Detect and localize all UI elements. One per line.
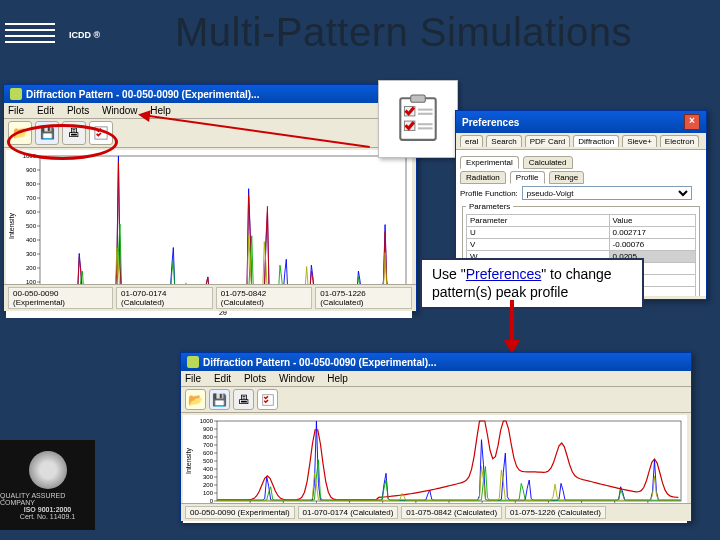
- tab-search[interactable]: Search: [486, 135, 521, 147]
- status-seg: 01-075-0842 (Calculated): [216, 287, 313, 309]
- slide-title: Multi-Pattern Simulations: [175, 10, 632, 55]
- svg-text:300: 300: [26, 251, 37, 257]
- save-button[interactable]: 💾: [209, 389, 230, 410]
- tab-electron[interactable]: Electron: [660, 135, 699, 147]
- menu-edit[interactable]: Edit: [37, 105, 54, 116]
- tab-general[interactable]: eral: [460, 135, 483, 147]
- svg-rect-1: [40, 156, 406, 296]
- pref-outer-tabs: eral Search PDF Card Diffraction Sieve+ …: [456, 133, 706, 150]
- preferences-checklist-icon: [94, 126, 108, 140]
- svg-text:200: 200: [203, 482, 214, 488]
- titlebar[interactable]: Diffraction Pattern - 00-050-0090 (Exper…: [4, 85, 416, 103]
- svg-rect-52: [400, 98, 435, 140]
- svg-text:700: 700: [26, 195, 37, 201]
- disk-icon: 💾: [212, 393, 227, 407]
- svg-text:400: 400: [26, 237, 37, 243]
- svg-text:100: 100: [203, 490, 214, 496]
- svg-text:200: 200: [26, 265, 37, 271]
- preferences-button[interactable]: [89, 121, 113, 145]
- tab-profile[interactable]: Profile: [510, 171, 545, 184]
- preferences-checklist-icon: [395, 94, 441, 144]
- status-seg: 01-070-0174 (Calculated): [298, 506, 399, 519]
- callout-link: Preferences: [466, 266, 541, 282]
- logo-text: ICDD ®: [69, 30, 100, 40]
- status-seg: 01-070-0174 (Calculated): [116, 287, 213, 309]
- open-button[interactable]: 📂: [185, 389, 206, 410]
- status-seg: 01-075-0842 (Calculated): [401, 506, 502, 519]
- tab-diffraction[interactable]: Diffraction: [573, 135, 619, 147]
- tab-calculated[interactable]: Calculated: [523, 156, 573, 169]
- menu-plots[interactable]: Plots: [244, 373, 266, 384]
- menu-file[interactable]: File: [8, 105, 24, 116]
- svg-text:500: 500: [203, 458, 214, 464]
- annotation-arrow-down: [510, 300, 514, 350]
- print-button[interactable]: 🖶: [62, 121, 86, 145]
- titlebar[interactable]: Preferences ×: [456, 111, 706, 133]
- svg-text:1000: 1000: [23, 153, 37, 159]
- open-button[interactable]: 📂: [8, 121, 32, 145]
- toolbar: 📂 💾 🖶: [181, 387, 691, 413]
- titlebar[interactable]: Diffraction Pattern - 00-050-0090 (Exper…: [181, 353, 691, 371]
- menu-file[interactable]: File: [185, 373, 201, 384]
- col-header: Value: [609, 215, 695, 227]
- svg-text:1000: 1000: [200, 418, 214, 424]
- svg-text:Intensity: Intensity: [185, 447, 193, 474]
- menubar: File Edit Plots Window Help: [181, 371, 691, 387]
- svg-text:600: 600: [203, 450, 214, 456]
- svg-text:Intensity: Intensity: [8, 212, 16, 239]
- menu-help[interactable]: Help: [150, 105, 171, 116]
- menu-help[interactable]: Help: [327, 373, 348, 384]
- svg-text:800: 800: [26, 181, 37, 187]
- svg-text:700: 700: [203, 442, 214, 448]
- menubar: File Edit Plots Window Help: [4, 103, 416, 119]
- app-icon: [187, 356, 199, 368]
- status-seg: 00-050-0090 (Experimental): [8, 287, 113, 309]
- app-icon: [10, 88, 22, 100]
- status-seg: 01-075-1226 (Calculated): [505, 506, 606, 519]
- status-seg: 00-050-0090 (Experimental): [185, 506, 295, 519]
- save-button[interactable]: 💾: [35, 121, 59, 145]
- folder-icon: 📂: [188, 393, 203, 407]
- tab-pdfcard[interactable]: PDF Card: [525, 135, 571, 147]
- svg-text:400: 400: [203, 466, 214, 472]
- medal-icon: [29, 451, 67, 489]
- svg-text:300: 300: [203, 474, 214, 480]
- tab-radiation[interactable]: Radiation: [460, 171, 506, 184]
- close-button[interactable]: ×: [684, 114, 700, 130]
- diffraction-window-bottom: Diffraction Pattern - 00-050-0090 (Exper…: [180, 352, 692, 522]
- printer-icon: 🖶: [68, 126, 80, 140]
- profile-function-label: Profile Function:: [460, 189, 518, 198]
- preferences-button[interactable]: [257, 389, 278, 410]
- printer-icon: 🖶: [238, 393, 250, 407]
- diffraction-window-top: Diffraction Pattern - 00-050-0090 (Exper…: [3, 84, 417, 312]
- svg-text:500: 500: [26, 223, 37, 229]
- menu-plots[interactable]: Plots: [67, 105, 89, 116]
- svg-text:900: 900: [26, 167, 37, 173]
- table-row: V-0.00076: [467, 239, 696, 251]
- tab-range[interactable]: Range: [549, 171, 585, 184]
- close-icon: ×: [689, 115, 695, 126]
- menu-edit[interactable]: Edit: [214, 373, 231, 384]
- parameters-legend: Parameters: [466, 202, 513, 211]
- statusbar: 00-050-0090 (Experimental) 01-070-0174 (…: [4, 284, 416, 311]
- col-header: Parameter: [467, 215, 610, 227]
- window-title: Diffraction Pattern - 00-050-0090 (Exper…: [26, 89, 259, 100]
- svg-text:800: 800: [203, 434, 214, 440]
- menu-window[interactable]: Window: [279, 373, 315, 384]
- svg-rect-53: [411, 95, 426, 102]
- profile-function-select[interactable]: pseudo-Voigt: [522, 186, 692, 200]
- disk-icon: 💾: [40, 126, 55, 140]
- preferences-checklist-icon: [262, 394, 274, 406]
- folder-icon: 📂: [13, 126, 28, 140]
- iso-quality-badge: QUALITY ASSURED COMPANY ISO 9001:2000 Ce…: [0, 440, 95, 530]
- window-title: Preferences: [462, 117, 519, 128]
- svg-text:900: 900: [203, 426, 214, 432]
- statusbar: 00-050-0090 (Experimental) 01-070-0174 (…: [181, 503, 691, 521]
- pref-inner-tabs: Radiation Profile Range: [460, 171, 702, 184]
- tab-experimental[interactable]: Experimental: [460, 156, 519, 169]
- pref-mid-tabs: Experimental Calculated: [460, 156, 702, 169]
- print-button[interactable]: 🖶: [233, 389, 254, 410]
- tab-sieve[interactable]: Sieve+: [622, 135, 657, 147]
- preferences-icon-enlarged: [378, 80, 458, 158]
- table-row: U0.002717: [467, 227, 696, 239]
